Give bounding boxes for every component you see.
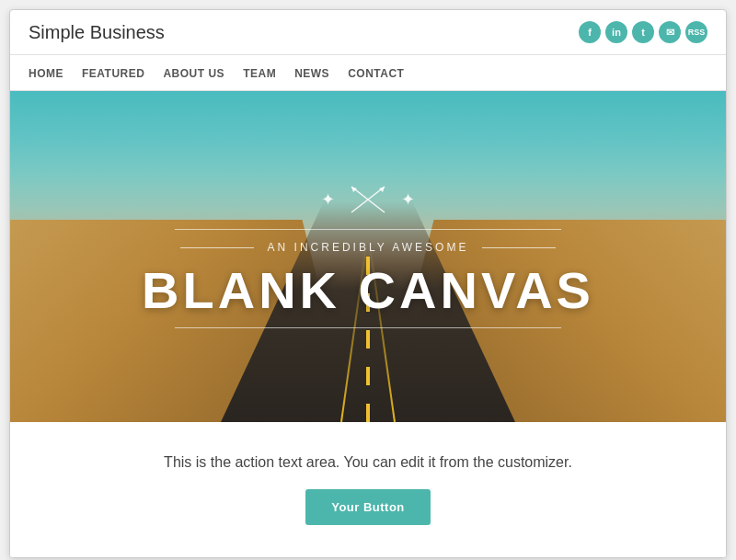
nav-item-contact[interactable]: CONTACT [348, 64, 404, 81]
site-header: Simple Business f in t ✉ RSS [10, 10, 726, 55]
svg-marker-2 [379, 187, 385, 192]
nav-item-about[interactable]: ABOUT US [163, 64, 224, 81]
social-icons-bar: f in t ✉ RSS [579, 21, 707, 43]
browser-frame: Simple Business f in t ✉ RSS HOME FEATUR… [9, 9, 727, 558]
action-button[interactable]: Your Button [305, 489, 431, 525]
facebook-icon[interactable]: f [579, 21, 601, 43]
rss-icon[interactable]: RSS [685, 21, 707, 43]
main-nav: HOME FEATURED ABOUT US TEAM NEWS CONTACT [10, 55, 726, 91]
hero-subtitle: AN INCREDIBLY AWESOME [180, 241, 557, 254]
email-icon[interactable]: ✉ [659, 21, 681, 43]
action-text: This is the action text area. You can ed… [29, 454, 707, 471]
deco-arrows-svg [346, 181, 390, 218]
hero-divider-bottom [175, 327, 561, 328]
nav-item-featured[interactable]: FEATURED [82, 64, 144, 81]
linkedin-icon[interactable]: in [605, 21, 627, 43]
deco-stars: ✦ ✦ [321, 181, 415, 218]
site-title: Simple Business [29, 22, 165, 43]
hero-overlay: ✦ ✦ AN INCREDIBLY AWESOME BLANK CANVAS [10, 91, 726, 422]
action-section: This is the action text area. You can ed… [10, 422, 726, 557]
hero-section: ✦ ✦ AN INCREDIBLY AWESOME BLANK CANVAS [10, 91, 726, 422]
nav-list: HOME FEATURED ABOUT US TEAM NEWS CONTACT [29, 64, 707, 81]
hero-title: BLANK CANVAS [142, 265, 594, 316]
nav-item-home[interactable]: HOME [29, 64, 63, 81]
hero-divider-top [175, 229, 561, 230]
nav-item-news[interactable]: NEWS [294, 64, 329, 81]
twitter-icon[interactable]: t [632, 21, 654, 43]
nav-item-team[interactable]: TEAM [243, 64, 276, 81]
svg-marker-3 [351, 187, 357, 192]
